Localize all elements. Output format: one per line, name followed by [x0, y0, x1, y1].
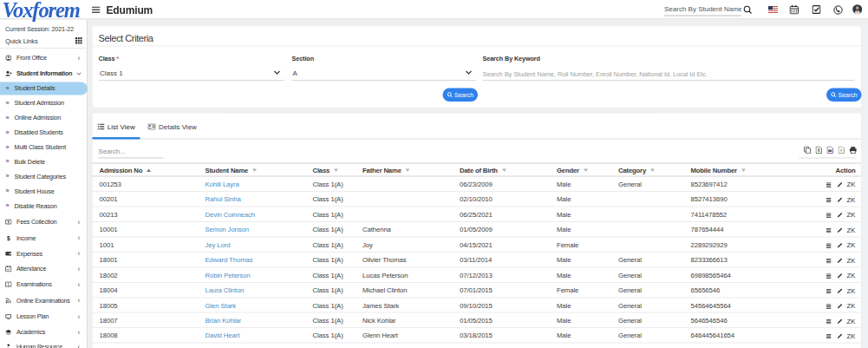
svg-text:X: X [818, 148, 820, 153]
svg-text:P: P [840, 148, 843, 153]
svg-text:$: $ [7, 235, 10, 242]
